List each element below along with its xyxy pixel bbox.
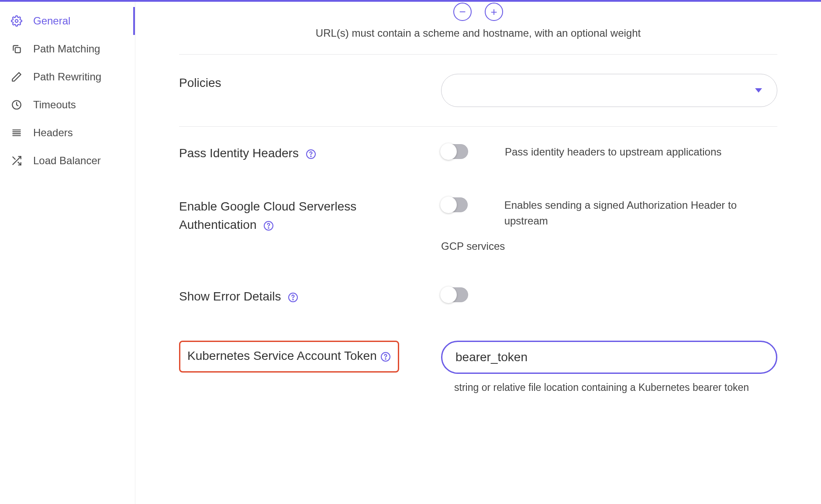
plus-icon: +: [490, 5, 497, 19]
sidebar-item-label: General: [33, 15, 70, 27]
help-icon[interactable]: [306, 149, 316, 159]
show-error-row: Show Error Details: [162, 270, 795, 323]
lines-icon: [10, 127, 23, 139]
url-remove-button[interactable]: −: [453, 3, 472, 21]
pass-identity-toggle[interactable]: [441, 144, 468, 159]
pass-identity-help: Pass identity headers to upstream applic…: [505, 144, 721, 160]
policies-label: Policies: [179, 74, 424, 92]
app-layout: General Path Matching Path Rewriting Tim…: [0, 2, 821, 504]
svg-point-14: [385, 359, 386, 359]
k8s-token-label: Kubernetes Service Account Token: [187, 349, 377, 362]
help-icon[interactable]: [263, 221, 274, 231]
main-area: − + URL(s) must contain a scheme and hos…: [135, 2, 821, 504]
copy-icon: [10, 43, 23, 55]
svg-point-12: [293, 299, 293, 300]
pass-identity-label: Pass Identity Headers: [179, 146, 299, 160]
gear-icon: [10, 15, 23, 27]
help-icon[interactable]: [288, 292, 298, 303]
sidebar-item-label: Path Matching: [33, 43, 100, 55]
pencil-icon: [10, 71, 23, 83]
sidebar: General Path Matching Path Rewriting Tim…: [0, 2, 135, 504]
policies-select[interactable]: [441, 74, 777, 107]
show-error-toggle[interactable]: [441, 287, 468, 302]
gcp-auth-toggle[interactable]: [441, 197, 468, 212]
show-error-label: Show Error Details: [179, 290, 281, 303]
caret-down-icon: [755, 88, 762, 93]
svg-point-8: [310, 156, 311, 157]
url-help-text: URL(s) must contain a scheme and hostnam…: [162, 21, 795, 54]
help-icon[interactable]: [380, 352, 391, 362]
svg-rect-1: [15, 48, 21, 53]
toggle-knob: [440, 143, 457, 160]
sidebar-item-label: Timeouts: [33, 99, 76, 111]
k8s-token-help: string or relative file location contain…: [441, 382, 777, 394]
clock-icon: [10, 99, 23, 111]
shuffle-icon: [10, 155, 23, 167]
sidebar-item-path-rewriting[interactable]: Path Rewriting: [8, 63, 135, 91]
sidebar-item-timeouts[interactable]: Timeouts: [8, 91, 135, 119]
sidebar-item-headers[interactable]: Headers: [8, 119, 135, 147]
gcp-auth-row: Enable Google Cloud Serverless Authentic…: [162, 180, 795, 270]
sidebar-item-label: Headers: [33, 127, 73, 139]
gcp-auth-help-line2: GCP services: [441, 240, 777, 252]
pass-identity-row: Pass Identity Headers Pass identity head…: [162, 127, 795, 180]
url-pager-row: − +: [162, 2, 795, 21]
toggle-knob: [440, 287, 457, 303]
k8s-token-row: Kubernetes Service Account Token string …: [162, 323, 795, 411]
k8s-token-input[interactable]: [441, 341, 777, 374]
sidebar-item-load-balancer[interactable]: Load Balancer: [8, 147, 135, 175]
sidebar-item-general[interactable]: General: [8, 7, 135, 35]
sidebar-item-path-matching[interactable]: Path Matching: [8, 35, 135, 63]
svg-point-10: [268, 228, 269, 228]
svg-point-0: [15, 20, 18, 23]
sidebar-item-label: Path Rewriting: [33, 71, 101, 83]
minus-icon: −: [459, 5, 466, 19]
sidebar-item-label: Load Balancer: [33, 155, 101, 167]
policies-row: Policies: [162, 55, 795, 126]
url-add-button[interactable]: +: [485, 3, 503, 21]
toggle-knob: [440, 197, 457, 213]
gcp-auth-help-line1: Enables sending a signed Authorization H…: [504, 197, 777, 229]
settings-panel: − + URL(s) must contain a scheme and hos…: [162, 2, 795, 428]
k8s-token-label-box: Kubernetes Service Account Token: [179, 341, 399, 373]
